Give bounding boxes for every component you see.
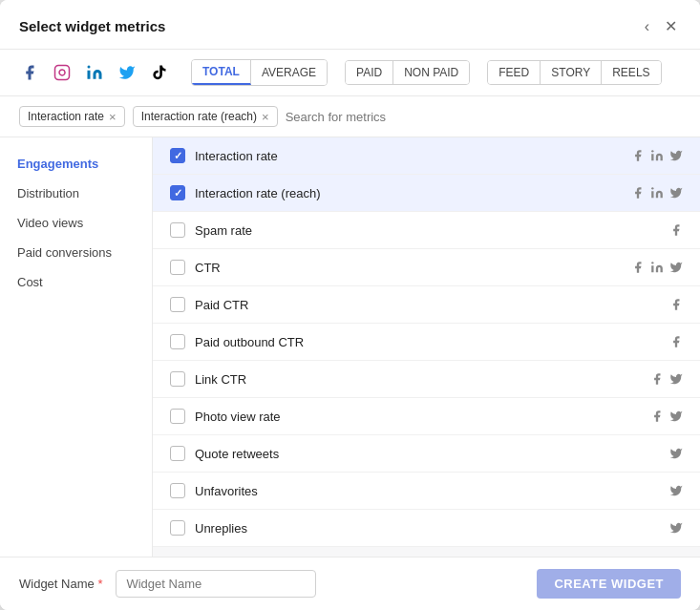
paid-nonpaid-tabs: PAID NON PAID: [345, 60, 470, 85]
twitter-icon: [669, 410, 683, 423]
checkbox-link-ctr[interactable]: [170, 371, 185, 387]
facebook-icon[interactable]: [19, 62, 40, 83]
tab-feed[interactable]: FEED: [488, 61, 541, 84]
search-bar: Interaction rate × Interaction rate (rea…: [0, 96, 700, 137]
metric-icons-unreplies: [669, 521, 683, 535]
header-icons: ‹ ✕: [641, 15, 681, 37]
modal-footer: Widget Name * CREATE WIDGET: [0, 557, 700, 610]
checkbox-quote-retweets[interactable]: [170, 446, 185, 461]
main-content: Engagements Distribution Video views Pai…: [0, 137, 700, 557]
metric-icons-paid-ctr: [669, 298, 683, 311]
checkbox-paid-ctr[interactable]: [170, 297, 185, 312]
metric-icons-unfavorites: [669, 484, 683, 497]
modal-header: Select widget metrics ‹ ✕: [0, 0, 700, 50]
checkbox-ctr[interactable]: [170, 260, 185, 275]
metric-icons-quote-retweets: [669, 447, 683, 460]
metric-label-link-ctr: Link CTR: [195, 372, 641, 387]
required-marker: *: [97, 577, 102, 591]
metric-icons-spam-rate: [669, 223, 683, 237]
metric-icons-photo-view-rate: [650, 410, 683, 423]
twitter-icon: [669, 521, 683, 535]
metric-row-paid-outbound-ctr: Paid outbound CTR: [153, 324, 700, 361]
tab-story[interactable]: STORY: [541, 61, 602, 84]
twitter-icon[interactable]: [117, 62, 138, 83]
linkedin-icon: [650, 149, 664, 162]
twitter-icon: [669, 149, 683, 162]
metric-row-photo-view-rate: Photo view rate: [153, 398, 700, 435]
facebook-icon: [669, 298, 683, 311]
sidebar-item-video-views[interactable]: Video views: [0, 208, 152, 238]
checkbox-photo-view-rate[interactable]: [170, 409, 185, 424]
metric-label-paid-ctr: Paid CTR: [195, 298, 660, 312]
sidebar: Engagements Distribution Video views Pai…: [0, 137, 153, 557]
facebook-icon: [631, 149, 645, 162]
checkbox-spam-rate[interactable]: [170, 222, 185, 238]
facebook-icon: [669, 223, 683, 237]
social-tab-bar: TOTAL AVERAGE PAID NON PAID FEED STORY R…: [0, 50, 700, 96]
chip-label: Interaction rate (reach): [141, 110, 257, 123]
widget-name-input[interactable]: [116, 570, 316, 598]
metric-label-interaction-rate-reach: Interaction rate (reach): [195, 186, 622, 200]
metric-row-link-ctr: Link CTR: [153, 361, 700, 398]
chip-label: Interaction rate: [28, 110, 104, 123]
metric-icons-interaction-rate: [631, 149, 683, 162]
tab-nonpaid[interactable]: NON PAID: [393, 61, 469, 84]
instagram-icon[interactable]: [52, 62, 73, 83]
metric-icons-interaction-rate-reach: [631, 186, 683, 200]
sidebar-item-distribution[interactable]: Distribution: [0, 179, 152, 208]
svg-rect-6: [651, 191, 653, 198]
search-input[interactable]: [286, 110, 681, 124]
checkbox-unfavorites[interactable]: [170, 483, 185, 498]
checkbox-interaction-rate-reach[interactable]: [170, 185, 185, 200]
tab-paid[interactable]: PAID: [346, 61, 393, 84]
twitter-icon: [669, 186, 683, 200]
svg-rect-4: [651, 154, 653, 160]
svg-point-3: [88, 66, 91, 69]
modal: Select widget metrics ‹ ✕ TOTAL AVERAGE …: [0, 0, 700, 610]
feed-story-reels-tabs: FEED STORY REELS: [487, 60, 661, 85]
metrics-list: Interaction rate Interaction rate (reach…: [153, 137, 700, 557]
tab-average[interactable]: AVERAGE: [251, 60, 327, 85]
create-widget-button[interactable]: CREATE WIDGET: [537, 569, 681, 599]
linkedin-icon: [650, 186, 664, 200]
metric-row-ctr: CTR: [153, 249, 700, 286]
metric-row-quote-retweets: Quote retweets: [153, 435, 700, 473]
sidebar-item-paid-conversions[interactable]: Paid conversions: [0, 238, 152, 267]
svg-point-5: [651, 150, 653, 152]
tab-total[interactable]: TOTAL: [192, 60, 251, 85]
checkbox-unreplies[interactable]: [170, 520, 185, 536]
metric-row-interaction-rate: Interaction rate: [153, 137, 700, 175]
svg-point-7: [651, 187, 653, 189]
twitter-icon: [669, 372, 683, 386]
metric-row-spam-rate: Spam rate: [153, 212, 700, 249]
twitter-icon: [669, 261, 683, 274]
metric-icons-paid-outbound-ctr: [669, 335, 683, 348]
checkbox-interaction-rate[interactable]: [170, 148, 185, 163]
widget-name-area: Widget Name *: [19, 570, 316, 598]
svg-rect-0: [55, 66, 70, 80]
metric-label-spam-rate: Spam rate: [195, 223, 660, 238]
checkbox-paid-outbound-ctr[interactable]: [170, 334, 185, 349]
tab-reels[interactable]: REELS: [602, 61, 660, 84]
tiktok-icon[interactable]: [149, 62, 170, 83]
facebook-icon: [631, 261, 645, 274]
chip-remove-interaction-rate[interactable]: ×: [109, 111, 117, 123]
chip-remove-interaction-rate-reach[interactable]: ×: [262, 111, 269, 123]
metric-icons-link-ctr: [650, 372, 683, 386]
facebook-icon: [650, 372, 664, 386]
linkedin-icon[interactable]: [84, 62, 105, 83]
twitter-icon: [669, 447, 683, 460]
close-button[interactable]: ✕: [661, 15, 681, 37]
metric-row-unreplies: Unreplies: [153, 510, 700, 547]
back-button[interactable]: ‹: [641, 16, 653, 37]
sidebar-item-engagements[interactable]: Engagements: [0, 149, 152, 179]
widget-name-label: Widget Name *: [19, 577, 102, 591]
chip-interaction-rate: Interaction rate ×: [19, 106, 125, 127]
metric-label-ctr: CTR: [195, 261, 622, 275]
metric-label-photo-view-rate: Photo view rate: [195, 410, 641, 424]
modal-title: Select widget metrics: [19, 18, 165, 34]
sidebar-item-cost[interactable]: Cost: [0, 267, 152, 297]
svg-rect-2: [88, 71, 91, 79]
metric-label-paid-outbound-ctr: Paid outbound CTR: [195, 335, 660, 349]
twitter-icon: [669, 484, 683, 497]
